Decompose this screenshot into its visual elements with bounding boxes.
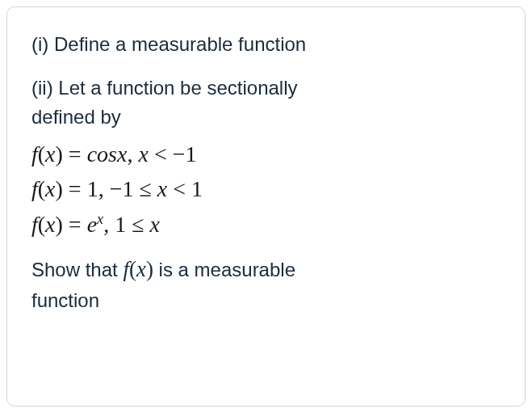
eq1-f: f (31, 141, 38, 166)
conclusion-post1: is a measurable (153, 259, 295, 280)
part-ii-intro-line1: (ii) Let a function be sectionally (31, 74, 501, 103)
eq2-rhs: 1 (87, 176, 98, 201)
conclusion-post2: function (31, 289, 99, 311)
conclusion-text: Show that f(x) is a measurable function (31, 253, 501, 315)
eq2-hi: 1 (191, 176, 203, 201)
eq3-lvar: x (45, 212, 55, 237)
problem-container: (i) Define a measurable function (ii) Le… (6, 6, 526, 407)
equation-2: f(x) = 1, −1 ≤ x < 1 (31, 171, 501, 206)
eq1-comma: , (127, 141, 138, 166)
eq3-comma: , (103, 212, 115, 237)
eq1-cvar: x (138, 141, 148, 166)
conclusion-f: f (123, 257, 129, 281)
eq3-f: f (31, 212, 38, 237)
eq3-base: e (87, 212, 97, 237)
eq2-lvar: x (45, 176, 55, 201)
eq3-lo: 1 (115, 212, 126, 237)
eq2-op2: < (167, 176, 191, 201)
equation-3: f(x) = ex, 1 ≤ x (31, 207, 501, 242)
eq2-f: f (31, 176, 38, 201)
conclusion-var: x (136, 257, 146, 281)
eq2-lo: −1 (110, 176, 134, 201)
equation-block: f(x) = cosx, x < −1 f(x) = 1, −1 ≤ x < 1… (31, 137, 501, 242)
eq3-exp: x (97, 210, 103, 226)
eq2-cvar: x (157, 176, 167, 201)
eq3-op: ≤ (126, 212, 149, 237)
eq3-cvar: x (150, 212, 160, 237)
part-i-text: (i) Define a measurable function (31, 30, 501, 59)
part-ii-intro-line2: defined by (31, 103, 501, 132)
eq1-val: −1 (173, 141, 197, 166)
eq1-op: < (149, 141, 173, 166)
eq2-op1: ≤ (133, 176, 157, 201)
conclusion-pre: Show that (31, 259, 123, 280)
equation-1: f(x) = cosx, x < −1 (31, 137, 501, 171)
eq1-rhs: cosx (87, 141, 128, 166)
eq1-lvar: x (45, 141, 55, 166)
eq2-comma: , (98, 176, 110, 201)
